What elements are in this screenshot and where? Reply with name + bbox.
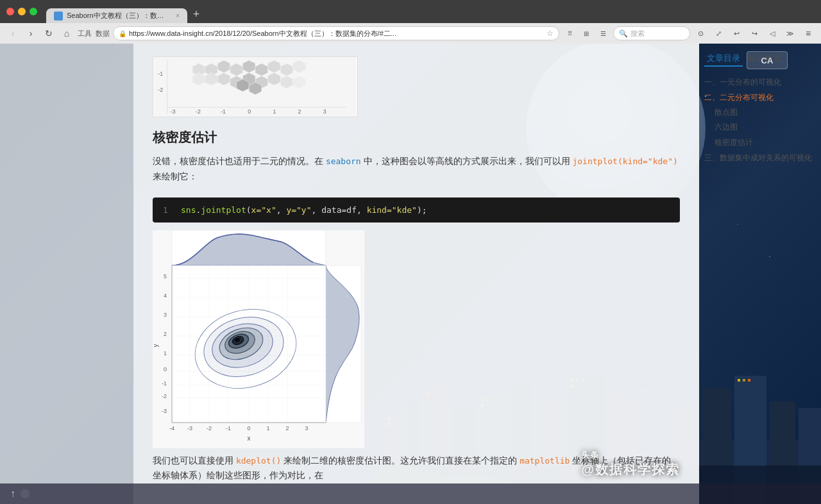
bookmarks-button[interactable]: ⊞ [579,26,594,41]
svg-text:2: 2 [298,108,301,115]
tools-button[interactable]: 工具 [77,26,92,41]
svg-text:3: 3 [323,108,326,115]
title-bar: Seaborn中文教程（三）：数据集... × + [0,0,821,23]
svg-text:2: 2 [285,425,289,432]
jointplot-code: jointplot(kind="kde") [572,156,677,166]
left-sidebar [0,44,133,504]
article-area: -1 -2 -3 -2 -1 0 1 2 3 [133,44,699,504]
section-heading: 核密度估计 [153,129,680,146]
tab-bar: Seaborn中文教程（三）：数据集... × + [46,0,815,23]
forward-button[interactable]: › [23,26,38,41]
svg-text:y: y [153,344,159,347]
svg-text:-2: -2 [207,425,212,432]
code-line-number: 1 [163,205,173,215]
toc-item-2[interactable]: 二、二元分布可视化 [704,90,816,105]
svg-text:1: 1 [273,108,276,115]
tab-close-button[interactable]: × [176,12,180,19]
lock-icon: 🔒 [119,30,126,37]
search-icon: 🔍 [619,29,628,38]
maximize-button[interactable] [30,8,37,15]
watermark: 头条 @数据科学探索 [581,449,680,478]
svg-text:x: x [248,435,251,442]
svg-text:-3: -3 [171,108,176,115]
browser-chrome: Seaborn中文教程（三）：数据集... × + ‹ › ↻ ⌂ 工具 数据 … [0,0,821,44]
matplotlib-code: matplotlib [520,456,570,466]
bottom-bar: ↑ [0,483,821,504]
navigation-bar: ‹ › ↻ ⌂ 工具 数据 🔒 https://www.data-insight… [0,23,821,44]
svg-text:4: 4 [164,292,167,299]
toc-item-2-2[interactable]: 六边图 [704,120,816,135]
reload-button[interactable]: ↻ [41,26,56,41]
minimize-button[interactable] [18,8,26,15]
undo-button[interactable]: ↩ [729,26,744,41]
traffic-lights [6,8,37,15]
search-bar[interactable]: 🔍 搜索 [613,26,690,40]
redo-button[interactable]: ↪ [747,26,762,41]
right-sidebar-toc: 文章目录 站点概览 一、一元分布的可视化 二、二元分布可视化 散点图 六边图 核… [699,44,821,504]
share-icon[interactable]: ↑ [10,488,15,500]
svg-text:3: 3 [164,312,167,318]
toc-item-1[interactable]: 一、一元分布的可视化 [704,74,816,90]
close-button[interactable] [6,8,14,15]
home-button[interactable]: ⌂ [59,26,74,41]
back-button[interactable]: ‹ [5,26,21,41]
svg-text:0: 0 [248,108,251,115]
record-indicator[interactable] [21,489,30,498]
svg-text:-2: -2 [158,87,163,93]
svg-text:2: 2 [164,331,167,337]
nav-tools: ⠿ ⊞ ☰ [562,26,611,41]
tab-title: Seaborn中文教程（三）：数据集... [67,11,169,21]
svg-text:1: 1 [164,350,167,357]
watermark-subtitle: @数据科学探索 [581,461,680,478]
search-placeholder: 搜索 [631,29,645,38]
svg-text:0: 0 [164,366,167,373]
ca-badge: CA [747,51,788,69]
svg-text:-1: -1 [221,108,226,115]
main-content: -1 -2 -3 -2 -1 0 1 2 3 [0,44,821,504]
paragraph-1: 没错，核密度估计也适用于二元的情况。在 seaborn 中，这种图会以等高线的方… [153,154,680,185]
svg-text:-4: -4 [169,425,174,432]
code-content: sns.jointplot(x="x", y="y", data=df, kin… [181,205,427,215]
svg-text:-1: -1 [158,71,163,77]
tab-favicon [54,12,63,21]
sidebar-toggle-button[interactable]: ⊙ [693,26,708,41]
svg-text:-1: -1 [226,425,231,432]
more-tools-button[interactable]: ≫ [783,26,798,41]
toc-item-2-1[interactable]: 散点图 [704,105,816,120]
bookmark-icon[interactable]: ☆ [546,29,554,38]
new-tab-button[interactable]: + [187,5,205,23]
toc-tab-article[interactable]: 文章目录 [704,51,743,67]
seaborn-link[interactable]: seaborn [326,156,361,166]
svg-text:-3: -3 [162,408,167,414]
data-button[interactable]: 数据 [95,26,110,41]
url-text: https://www.data-insight.cn/2018/12/20/S… [129,29,544,38]
svg-text:-3: -3 [187,425,192,432]
address-bar[interactable]: 🔒 https://www.data-insight.cn/2018/12/20… [113,26,559,40]
svg-text:-1: -1 [162,380,167,387]
history-back-button[interactable]: ◁ [765,26,780,41]
svg-text:5: 5 [164,273,167,280]
menu-button[interactable]: ≡ [800,26,816,41]
extensions-button[interactable]: ⠿ [562,26,577,41]
screenshot-button[interactable]: ⤢ [711,26,726,41]
reading-mode-button[interactable]: ☰ [595,26,611,41]
toc-item-3[interactable]: 三、数据集中成对关系的可视化 [704,150,816,165]
toc-item-2-3[interactable]: 核密度估计 [704,135,816,150]
svg-text:-2: -2 [162,393,167,399]
code-block: 1 sns.jointplot(x="x", y="y", data=df, k… [153,197,680,223]
active-tab[interactable]: Seaborn中文教程（三）：数据集... × [46,8,187,23]
watermark-title: 头条 [581,449,680,461]
svg-text:-2: -2 [196,108,201,115]
hex-chart-partial: -1 -2 -3 -2 -1 0 1 2 3 [153,56,680,120]
kdeplot-code: kdeplot() [236,456,281,466]
kde-plot: 5 4 3 2 1 0 -1 -2 -3 y -4 -3 -2 -1 0 1 2… [153,230,680,451]
svg-text:3: 3 [305,425,308,432]
svg-text:1: 1 [266,425,269,432]
svg-text:0: 0 [247,425,250,432]
